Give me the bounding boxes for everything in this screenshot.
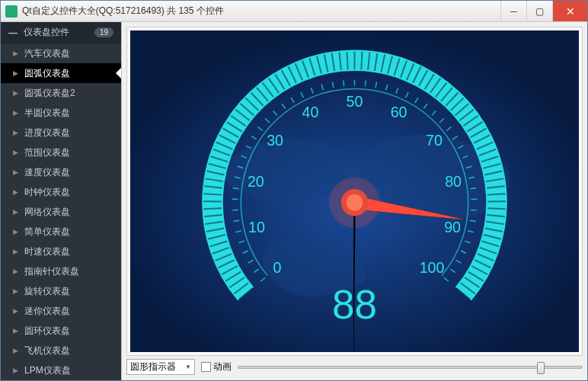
svg-line-102 — [233, 188, 239, 189]
chevron-right-icon: ▶ — [13, 89, 18, 97]
gauge-tick-label: 50 — [347, 93, 363, 110]
chevron-down-icon: ▼ — [185, 363, 191, 370]
sidebar-item[interactable]: ▶汽车仪表盘 — [1, 43, 121, 63]
gauge-tick-label: 30 — [267, 132, 283, 149]
pointer-style-combo[interactable]: 圆形指示器 ▼ — [126, 359, 195, 375]
sidebar-item-label: 速度仪表盘 — [24, 166, 70, 179]
combo-selected-label: 圆形指示器 — [130, 360, 176, 373]
main-area: 010203040506070809010088 圆形指示器 ▼ 动画 — [121, 22, 587, 380]
window-title: Qt自定义控件大全(QQ:517216493) 共 135 个控件 — [22, 5, 500, 18]
svg-line-48 — [361, 52, 362, 70]
sidebar[interactable]: — 仪表盘控件 19 ▶汽车仪表盘▶圆弧仪表盘▶圆弧仪表盘2▶半圆仪表盘▶进度仪… — [1, 22, 121, 380]
chevron-right-icon: ▶ — [13, 109, 18, 117]
chevron-right-icon: ▶ — [13, 69, 18, 77]
sidebar-item[interactable]: ▶迷你仪表盘 — [1, 301, 121, 321]
collapse-icon: — — [8, 27, 18, 38]
maximize-button[interactable]: ▢ — [526, 1, 552, 21]
gauge-tick-label: 40 — [302, 104, 318, 120]
titlebar[interactable]: Qt自定义控件大全(QQ:517216493) 共 135 个控件 ─ ▢ ✕ — [1, 1, 587, 22]
chevron-right-icon: ▶ — [13, 50, 18, 57]
gauge-tick-label: 0 — [273, 259, 282, 276]
sidebar-item-label: 时速仪表盘 — [24, 245, 70, 258]
svg-line-117 — [344, 80, 344, 86]
sidebar-item-label: 圆弧仪表盘2 — [24, 87, 75, 100]
category-count-badge: 19 — [94, 27, 113, 37]
gauge-tick-label: 100 — [420, 259, 445, 276]
app-icon — [5, 5, 18, 18]
close-button[interactable]: ✕ — [552, 1, 587, 21]
gauge-value: 88 — [332, 282, 377, 327]
sidebar-item[interactable]: ▶时速仪表盘 — [1, 242, 121, 261]
sidebar-item[interactable]: ▶圆弧仪表盘2 — [1, 83, 121, 103]
sidebar-list: ▶汽车仪表盘▶圆弧仪表盘▶圆弧仪表盘2▶半圆仪表盘▶进度仪表盘▶范围仪表盘▶速度… — [1, 43, 121, 380]
checkbox-label: 动画 — [213, 360, 232, 373]
gauge-container: 010203040506070809010088 — [126, 27, 583, 356]
gauge-tick-label: 60 — [391, 104, 407, 120]
content: — 仪表盘控件 19 ▶汽车仪表盘▶圆弧仪表盘▶圆弧仪表盘2▶半圆仪表盘▶进度仪… — [1, 22, 587, 380]
svg-line-77 — [487, 194, 506, 194]
checkbox-box — [201, 362, 211, 372]
svg-line-46 — [347, 52, 348, 70]
sidebar-item-label: 圆环仪表盘 — [24, 325, 70, 338]
value-slider[interactable] — [238, 366, 583, 369]
sidebar-item-label: 圆弧仪表盘 — [24, 67, 70, 80]
chevron-right-icon: ▶ — [13, 287, 18, 295]
animation-checkbox[interactable]: 动画 — [201, 360, 232, 373]
sidebar-item-label: 进度仪表盘 — [24, 126, 70, 139]
sidebar-item-label: 简单仪表盘 — [24, 226, 70, 239]
sidebar-item-label: 时钟仪表盘 — [24, 186, 70, 199]
sidebar-item[interactable]: ▶范围仪表盘 — [1, 142, 121, 162]
svg-line-134 — [471, 188, 477, 189]
sidebar-item-label: 半圆仪表盘 — [24, 107, 70, 120]
svg-line-119 — [365, 80, 366, 86]
sidebar-item-label: LPM仪表盘 — [24, 364, 71, 377]
sidebar-category-header[interactable]: — 仪表盘控件 19 — [1, 22, 121, 43]
sidebar-item-label: 飞机仪表盘 — [24, 344, 70, 357]
sidebar-item[interactable]: ▶圆环仪表盘 — [1, 321, 121, 341]
sidebar-item[interactable]: ▶速度仪表盘 — [1, 162, 121, 182]
sidebar-item[interactable]: ▶圆弧仪表盘 — [1, 63, 121, 83]
slider-thumb[interactable] — [537, 362, 545, 374]
chevron-right-icon: ▶ — [13, 149, 18, 156]
sidebar-item[interactable]: ▶飞机仪表盘 — [1, 341, 121, 360]
sidebar-item-label: 指南针仪表盘 — [24, 265, 79, 278]
gauge-tick-label: 20 — [248, 173, 264, 190]
chevron-right-icon: ▶ — [13, 367, 18, 374]
chevron-right-icon: ▶ — [13, 168, 18, 176]
sidebar-item-label: 迷你仪表盘 — [24, 305, 70, 318]
sidebar-item-label: 网络仪表盘 — [24, 206, 70, 219]
sidebar-item[interactable]: ▶网络仪表盘 — [1, 202, 121, 222]
category-label: 仪表盘控件 — [24, 26, 69, 39]
sidebar-item[interactable]: ▶半圆仪表盘 — [1, 103, 121, 123]
chevron-right-icon: ▶ — [13, 228, 18, 235]
sidebar-item[interactable]: ▶时钟仪表盘 — [1, 182, 121, 202]
sidebar-item-label: 汽车仪表盘 — [24, 47, 70, 60]
chevron-right-icon: ▶ — [13, 208, 18, 216]
chevron-right-icon: ▶ — [13, 267, 18, 275]
minimize-button[interactable]: ─ — [500, 1, 526, 21]
chevron-right-icon: ▶ — [13, 347, 18, 354]
sidebar-item-label: 旋转仪表盘 — [24, 285, 70, 298]
window-controls: ─ ▢ ✕ — [500, 1, 587, 21]
app-window: Qt自定义控件大全(QQ:517216493) 共 135 个控件 ─ ▢ ✕ … — [0, 0, 588, 381]
svg-line-15 — [203, 208, 222, 209]
gauge-tick-label: 10 — [248, 219, 265, 235]
sidebar-item-label: 范围仪表盘 — [24, 146, 70, 159]
gauge-tick-label: 70 — [426, 132, 443, 149]
chevron-right-icon: ▶ — [13, 129, 18, 136]
chevron-right-icon: ▶ — [13, 327, 18, 335]
chevron-right-icon: ▶ — [13, 188, 18, 196]
gauge-canvas: 010203040506070809010088 — [130, 30, 579, 352]
sidebar-item[interactable]: ▶简单仪表盘 — [1, 222, 121, 242]
svg-line-17 — [204, 194, 222, 194]
sidebar-item[interactable]: ▶LPM仪表盘 — [1, 360, 121, 380]
sidebar-item[interactable]: ▶进度仪表盘 — [1, 123, 121, 142]
svg-point-145 — [347, 194, 363, 211]
chevron-right-icon: ▶ — [13, 307, 18, 315]
sidebar-item[interactable]: ▶指南针仪表盘 — [1, 261, 121, 281]
gauge-tick-label: 90 — [444, 219, 461, 235]
gauge-tick-label: 80 — [445, 173, 462, 190]
chevron-right-icon: ▶ — [13, 248, 18, 255]
sidebar-item[interactable]: ▶旋转仪表盘 — [1, 281, 121, 301]
bottom-toolbar: 圆形指示器 ▼ 动画 — [126, 358, 583, 376]
